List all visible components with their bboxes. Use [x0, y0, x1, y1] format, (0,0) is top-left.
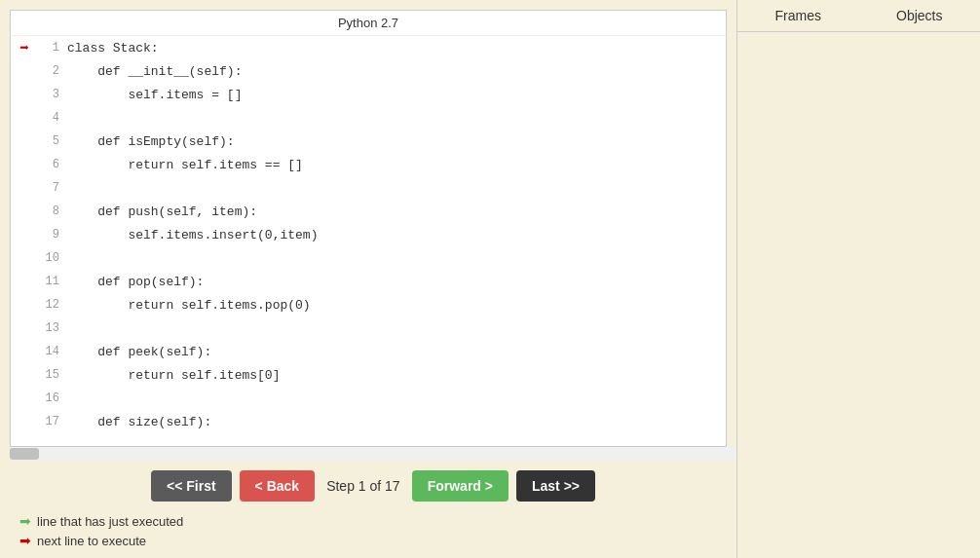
first-button[interactable]: << First: [151, 470, 232, 502]
line-number: 9: [38, 228, 67, 242]
legend-red-text: next line to execute: [37, 534, 146, 548]
line-number: 16: [38, 391, 67, 405]
line-number: 10: [38, 251, 67, 265]
step-label: Step 1 of 17: [322, 478, 404, 494]
current-line-arrow: ➡: [19, 38, 29, 57]
line-code-text: def size(self):: [67, 415, 716, 429]
code-line: 17 def size(self):: [11, 410, 726, 433]
line-code-text: def peek(self):: [67, 345, 716, 359]
line-code-text: return self.items[0]: [67, 368, 716, 383]
back-button[interactable]: < Back: [240, 470, 316, 502]
green-arrow-icon: ➡: [19, 513, 31, 529]
code-line: 5 def isEmpty(self):: [11, 130, 726, 153]
legend-area: ➡ line that has just executed ➡ next lin…: [10, 509, 736, 548]
horizontal-scrollbar[interactable]: [10, 447, 736, 461]
right-panel: Frames Objects: [736, 0, 980, 558]
code-line: 3 self.items = []: [11, 83, 726, 106]
line-code-text: return self.items.pop(0): [67, 298, 716, 313]
line-code-text: def __init__(self):: [67, 64, 716, 79]
code-line: 16: [11, 387, 726, 410]
code-line: 7: [11, 176, 726, 200]
line-number: 6: [38, 158, 67, 171]
line-number: 11: [38, 275, 67, 288]
line-code-text: self.items = []: [67, 88, 716, 102]
line-code-text: def isEmpty(self):: [67, 134, 716, 149]
frames-tab[interactable]: Frames: [737, 0, 859, 31]
line-number: 5: [38, 134, 67, 148]
line-number: 4: [38, 111, 67, 125]
line-code-text: def pop(self):: [67, 275, 716, 289]
right-panel-header: Frames Objects: [737, 0, 980, 32]
line-number: 1: [38, 41, 67, 55]
legend-red: ➡ next line to execute: [19, 533, 736, 548]
line-code-text: return self.items == []: [67, 158, 716, 172]
line-number: 7: [38, 181, 67, 195]
code-line: 2 def __init__(self):: [11, 59, 726, 83]
code-content: ➡1class Stack:2 def __init__(self):3 sel…: [11, 36, 726, 446]
line-number: 12: [38, 298, 67, 312]
code-line: 12 return self.items.pop(0): [11, 293, 726, 316]
legend-green: ➡ line that has just executed: [19, 513, 736, 529]
code-line: ➡1class Stack:: [11, 36, 726, 59]
h-scroll-thumb: [10, 448, 39, 460]
line-number: 8: [38, 205, 67, 218]
left-panel: Python 2.7 ➡1class Stack:2 def __init__(…: [0, 0, 736, 558]
line-arrow: ➡: [11, 38, 38, 57]
line-number: 14: [38, 345, 67, 358]
code-scroll-area[interactable]: ➡1class Stack:2 def __init__(self):3 sel…: [11, 36, 726, 446]
code-line: 15 return self.items[0]: [11, 363, 726, 387]
legend-green-text: line that has just executed: [37, 514, 183, 529]
code-line: 13: [11, 316, 726, 340]
python-version-label: Python 2.7: [338, 16, 398, 30]
code-line: 6 return self.items == []: [11, 153, 726, 176]
line-number: 3: [38, 88, 67, 101]
code-line: 9 self.items.insert(0,item): [11, 223, 726, 246]
code-line: 14 def peek(self):: [11, 340, 726, 363]
code-header: Python 2.7: [11, 11, 726, 36]
code-line: 4: [11, 106, 726, 130]
line-number: 2: [38, 64, 67, 78]
controls-area: << First < Back Step 1 of 17 Forward > L…: [10, 461, 736, 509]
line-number: 15: [38, 368, 67, 382]
last-button[interactable]: Last >>: [516, 470, 595, 502]
line-number: 13: [38, 321, 67, 335]
red-arrow-icon: ➡: [19, 533, 31, 548]
code-line: 10: [11, 246, 726, 270]
forward-button[interactable]: Forward >: [412, 470, 509, 502]
line-code-text: def push(self, item):: [67, 205, 716, 219]
code-line: 8 def push(self, item):: [11, 200, 726, 223]
line-code-text: self.items.insert(0,item): [67, 228, 716, 242]
line-code-text: class Stack:: [67, 41, 716, 56]
objects-tab[interactable]: Objects: [859, 0, 981, 31]
code-line: 11 def pop(self):: [11, 270, 726, 293]
line-number: 17: [38, 415, 67, 428]
main-container: Python 2.7 ➡1class Stack:2 def __init__(…: [0, 0, 980, 558]
